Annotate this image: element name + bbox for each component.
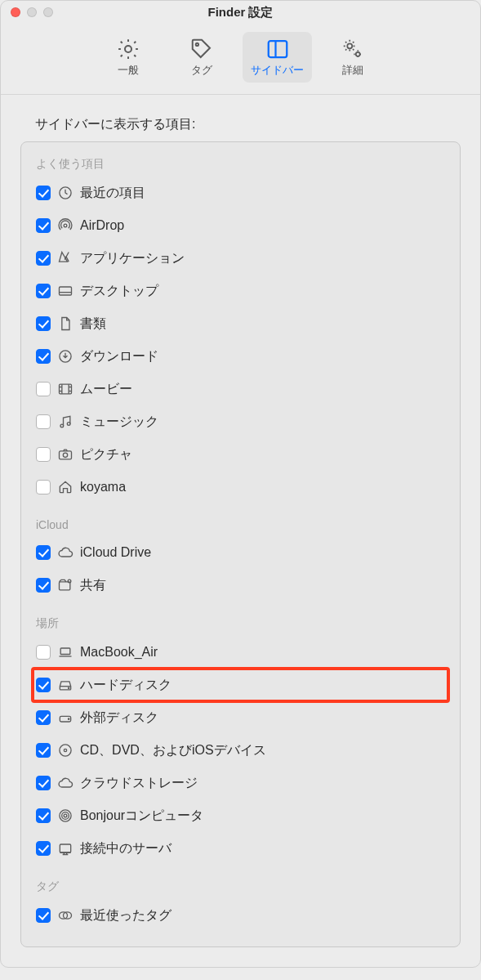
checkbox-iclouddrive[interactable] [36, 545, 51, 560]
checkbox-recent[interactable] [36, 186, 51, 200]
clock-icon [57, 185, 73, 201]
svg-point-0 [125, 46, 131, 52]
tab-label: サイドバー [251, 63, 304, 78]
section-label: サイドバーに表示する項目: [35, 116, 461, 133]
option-label: 接続中のサーバ [80, 840, 171, 857]
option-label: ハードディスク [80, 677, 171, 694]
apps-icon [57, 250, 73, 266]
tab-tags[interactable]: タグ [169, 32, 234, 83]
sidebar-option-movies: ムービー [33, 373, 448, 405]
group-header-tags: タグ [36, 879, 448, 894]
option-label: 最近使ったタグ [80, 907, 171, 924]
group-header-icloud: iCloud [36, 518, 448, 531]
checkbox-pictures[interactable] [36, 447, 51, 462]
tab-label: タグ [191, 63, 212, 78]
option-label: 最近の項目 [80, 185, 145, 202]
finder-settings-window: Finder 設定 一般 タグ サイドバー 詳細 サ [0, 0, 481, 968]
group-header-favorites: よく使う項目 [36, 157, 448, 172]
gear-icon [116, 37, 140, 61]
checkbox-servers[interactable] [36, 841, 51, 856]
tab-label: 一般 [118, 63, 139, 78]
external-disk-icon [57, 709, 73, 726]
checkbox-downloads[interactable] [36, 349, 51, 364]
sidebar-option-pictures: ピクチャ [33, 438, 448, 471]
tags-icon [57, 907, 73, 924]
checkbox-recenttags[interactable] [36, 908, 51, 923]
download-icon [57, 348, 73, 365]
sidebar-option-servers: 接続中のサーバ [33, 832, 448, 865]
sidebar-option-desktop: デスクトップ [33, 275, 448, 307]
option-label: Bonjourコンピュータ [80, 808, 203, 825]
sidebar-option-computer: MacBook_Air [33, 636, 448, 669]
option-label: iCloud Drive [80, 545, 151, 560]
checkbox-shared[interactable] [36, 578, 51, 593]
tag-icon [189, 37, 214, 61]
checkbox-external[interactable] [36, 710, 51, 725]
sidebar-option-shared: 共有 [33, 569, 448, 602]
checkbox-home[interactable] [36, 480, 51, 494]
sidebar-option-downloads: ダウンロード [33, 340, 448, 373]
svg-point-1 [196, 43, 198, 46]
zoom-button[interactable] [43, 7, 53, 17]
checkbox-harddisk[interactable] [36, 678, 51, 692]
option-label: 共有 [80, 577, 106, 594]
sidebar-option-music: ミュージック [33, 405, 448, 438]
gears-icon [341, 37, 365, 61]
checkbox-desktop[interactable] [36, 284, 51, 298]
checkbox-documents[interactable] [36, 316, 51, 331]
option-label: CD、DVD、およびiOSデバイス [80, 742, 266, 759]
tab-advanced[interactable]: 詳細 [320, 32, 385, 83]
checkbox-music[interactable] [36, 414, 51, 429]
music-icon [57, 414, 73, 430]
checkbox-airdrop[interactable] [36, 218, 51, 233]
sidebar-option-recenttags: 最近使ったタグ [33, 899, 448, 932]
checkbox-computer[interactable] [36, 645, 51, 660]
option-label: AirDrop [80, 218, 124, 233]
bonjour-icon [57, 808, 73, 824]
checkbox-cloud[interactable] [36, 776, 51, 790]
svg-point-4 [347, 43, 352, 48]
checkbox-apps[interactable] [36, 251, 51, 266]
group-header-locations: 場所 [36, 616, 448, 631]
tab-sidebar[interactable]: サイドバー [243, 32, 312, 83]
checkbox-optical[interactable] [36, 743, 51, 758]
movie-icon [57, 381, 73, 397]
option-label: 書類 [80, 315, 106, 333]
sidebar-option-documents: 書類 [33, 307, 448, 340]
option-label: アプリケーション [80, 250, 185, 267]
sidebar-option-external: 外部ディスク [33, 701, 448, 734]
checkbox-bonjour[interactable] [36, 808, 51, 823]
option-label: デスクトップ [80, 283, 158, 300]
airdrop-icon [57, 217, 73, 234]
option-label: クラウドストレージ [80, 775, 198, 792]
document-icon [57, 315, 73, 332]
cloud-icon [57, 775, 73, 791]
sidebar-option-apps: アプリケーション [33, 242, 448, 275]
sidebar-icon [265, 37, 290, 61]
close-button[interactable] [11, 7, 20, 17]
window-title: Finder 設定 [1, 5, 480, 20]
harddisk-icon [57, 677, 73, 693]
minimize-button[interactable] [27, 7, 37, 17]
disc-icon [57, 742, 73, 758]
svg-rect-2 [268, 41, 287, 57]
content: サイドバーに表示する項目: よく使う項目最近の項目AirDropアプリケーション… [1, 95, 480, 967]
camera-icon [57, 446, 73, 463]
shared-folder-icon [57, 577, 73, 593]
sidebar-option-optical: CD、DVD、およびiOSデバイス [33, 734, 448, 767]
svg-point-5 [356, 52, 360, 56]
checkbox-movies[interactable] [36, 382, 51, 396]
option-label: ムービー [80, 381, 132, 398]
option-label: MacBook_Air [80, 645, 158, 660]
option-label: ダウンロード [80, 348, 158, 365]
sidebar-option-cloud: クラウドストレージ [33, 767, 448, 799]
laptop-icon [57, 644, 73, 660]
tab-general[interactable]: 一般 [96, 32, 161, 83]
desktop-icon [57, 283, 73, 299]
house-icon [57, 479, 73, 495]
option-label: koyama [80, 480, 126, 494]
toolbar: 一般 タグ サイドバー 詳細 [1, 24, 480, 95]
option-label: ピクチャ [80, 446, 132, 463]
sidebar-option-recent: 最近の項目 [33, 177, 448, 209]
sidebar-option-iclouddrive: iCloud Drive [33, 536, 448, 569]
